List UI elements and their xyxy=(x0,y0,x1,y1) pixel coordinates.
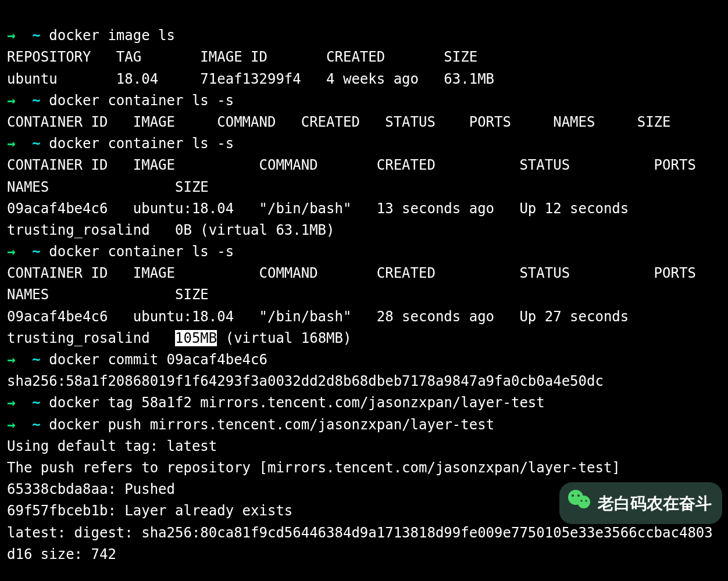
command-input: docker push mirrors.tencent.com/jasonzxp… xyxy=(49,417,494,433)
prompt-tilde: ~ xyxy=(32,92,40,109)
wechat-badge-text: 老白码农在奋斗 xyxy=(598,491,712,516)
output-line: 09acaf4be4c6 ubuntu:18.04 "/bin/bash" 13… xyxy=(7,200,728,238)
prompt-tilde: ~ xyxy=(32,135,40,152)
output-line: CONTAINER ID IMAGE COMMAND CREATED STATU… xyxy=(7,157,728,195)
command-input: docker tag 58a1f2 mirrors.tencent.com/ja… xyxy=(49,394,545,411)
command-input: docker image ls xyxy=(49,27,175,44)
prompt-tilde: ~ xyxy=(32,394,40,411)
command-input: docker container ls -s xyxy=(49,243,234,260)
prompt-arrow-icon: → xyxy=(7,417,15,433)
prompt-tilde: ~ xyxy=(32,417,40,433)
svg-point-5 xyxy=(585,500,587,501)
prompt-tilde: ~ xyxy=(32,352,40,368)
output-line: latest: digest: sha256:80ca81f9cd5644638… xyxy=(7,525,713,562)
command-input: docker container ls -s xyxy=(49,92,234,109)
command-input: docker container ls -s xyxy=(49,135,234,152)
svg-point-3 xyxy=(577,494,580,497)
output-line: 65338cbda8aa: Pushed xyxy=(7,481,175,497)
wechat-watermark-badge: 老白码农在奋斗 xyxy=(559,482,722,524)
output-line: CONTAINER ID IMAGE COMMAND CREATED STATU… xyxy=(7,265,728,303)
output-line: 69f57fbceb1b: Layer already exists xyxy=(7,503,292,519)
svg-point-2 xyxy=(572,494,574,497)
command-input: docker commit 09acaf4be4c6 xyxy=(49,352,267,368)
highlighted-size: 105MB xyxy=(175,330,217,346)
output-line: Using default tag: latest xyxy=(7,438,217,454)
output-line: sha256:58a1f20868019f1f64293f3a0032dd2d8… xyxy=(7,373,604,389)
output-line: 09acaf4be4c6 ubuntu:18.04 "/bin/bash" 28… xyxy=(7,309,728,346)
output-line: CONTAINER ID IMAGE COMMAND CREATED STATU… xyxy=(7,114,671,130)
prompt-tilde: ~ xyxy=(32,27,40,44)
prompt-arrow-icon: → xyxy=(7,27,15,44)
prompt-arrow-icon: → xyxy=(7,352,15,368)
prompt-arrow-icon: → xyxy=(7,135,15,152)
output-line: The push refers to repository [mirrors.t… xyxy=(7,460,620,476)
wechat-icon xyxy=(565,486,593,521)
prompt-arrow-icon: → xyxy=(7,92,15,109)
prompt-tilde: ~ xyxy=(32,243,40,260)
prompt-arrow-icon: → xyxy=(7,243,15,260)
svg-point-1 xyxy=(577,496,590,508)
prompt-arrow-icon: → xyxy=(7,394,15,411)
svg-point-4 xyxy=(580,500,582,501)
output-line: ubuntu 18.04 71eaf13299f4 4 weeks ago 63… xyxy=(7,71,494,87)
output-line: REPOSITORY TAG IMAGE ID CREATED SIZE xyxy=(7,49,477,65)
output-line: (virtual 168MB) xyxy=(217,330,351,346)
